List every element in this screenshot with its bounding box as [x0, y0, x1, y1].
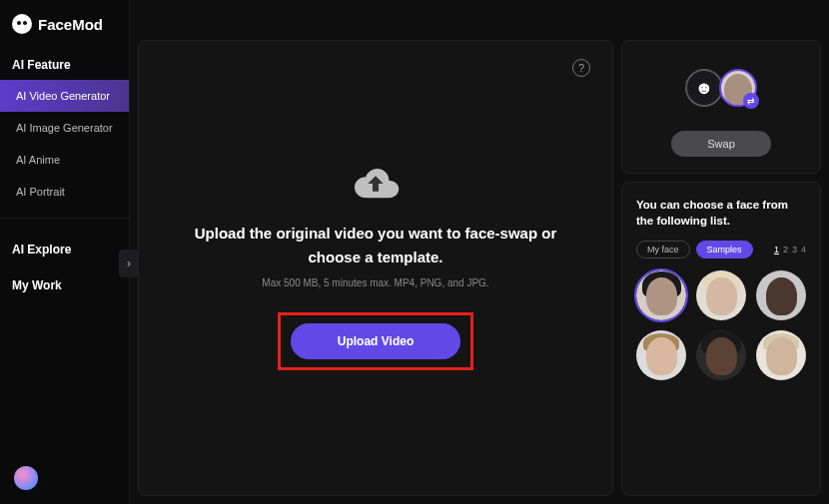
upload-title: Upload the original video you want to fa… [139, 222, 612, 269]
sidebar-item-ai-anime[interactable]: AI Anime [0, 144, 129, 176]
page-2[interactable]: 2 [783, 245, 788, 254]
swap-button[interactable]: Swap [671, 131, 771, 157]
sidebar-item-ai-image-generator[interactable]: AI Image Generator [0, 112, 129, 144]
tab-samples[interactable]: Samples [696, 241, 753, 258]
chevron-right-icon: › [127, 256, 131, 270]
faces-title: You can choose a face from the following… [636, 197, 806, 229]
sidebar-item-ai-video-generator[interactable]: AI Video Generator [0, 80, 129, 112]
sidebar-collapse-toggle[interactable]: › [119, 250, 139, 277]
sidebar-section-ai-feature: AI Feature [0, 44, 129, 80]
logo-icon [12, 14, 32, 34]
help-icon[interactable]: ? [572, 59, 590, 77]
divider [0, 218, 129, 219]
logo-text: FaceMod [38, 16, 103, 33]
upload-hint: Max 500 MB, 5 minutes max. MP4, PNG, and… [262, 277, 488, 288]
sample-face-6[interactable] [756, 330, 806, 380]
sample-face-2[interactable] [696, 270, 746, 320]
sidebar-section-ai-explore[interactable]: AI Explore [0, 229, 129, 264]
sample-face-5[interactable] [696, 330, 746, 380]
sample-face-3[interactable] [756, 270, 806, 320]
smile-icon: ☻ [695, 78, 714, 99]
pager: 1 2 3 4 [774, 245, 806, 254]
face-pair: ☻ ⇄ [685, 69, 757, 107]
sample-face-1[interactable] [636, 270, 686, 320]
upload-button-highlight: Upload Video [278, 312, 473, 370]
page-1[interactable]: 1 [774, 245, 779, 254]
user-avatar[interactable] [14, 466, 38, 490]
source-face-slot[interactable]: ☻ [685, 69, 723, 107]
page-4[interactable]: 4 [801, 245, 806, 254]
logo[interactable]: FaceMod [0, 0, 129, 44]
sidebar-section-my-work[interactable]: My Work [0, 264, 129, 300]
faces-card: You can choose a face from the following… [621, 182, 821, 496]
sample-face-4[interactable] [636, 330, 686, 380]
sidebar-item-ai-portrait[interactable]: AI Portrait [0, 176, 129, 208]
cloud-upload-icon [351, 166, 401, 202]
swap-arrows-icon: ⇄ [743, 93, 757, 107]
upload-video-button[interactable]: Upload Video [291, 323, 460, 359]
target-face-slot[interactable]: ⇄ [719, 69, 757, 107]
page-3[interactable]: 3 [792, 245, 797, 254]
tab-my-face[interactable]: My face [636, 241, 690, 258]
upload-panel: ? Upload the original video you want to … [138, 40, 613, 496]
swap-card: ☻ ⇄ Swap [621, 40, 821, 174]
